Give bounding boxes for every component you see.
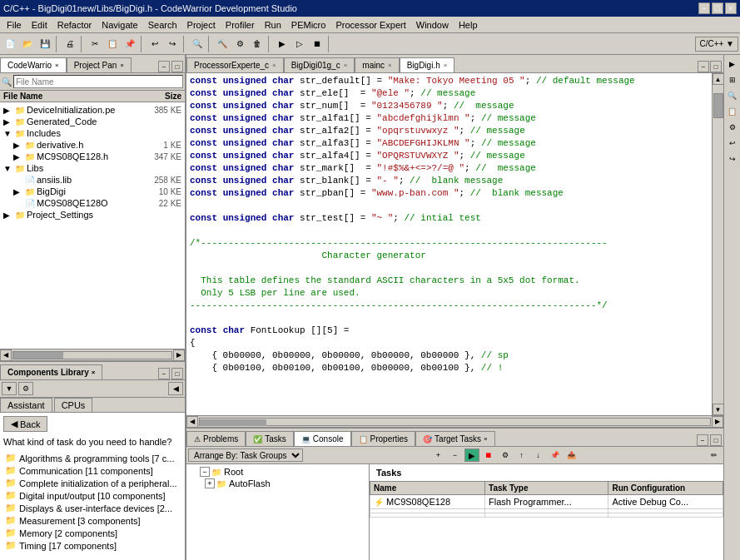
menu-edit[interactable]: Edit bbox=[27, 18, 52, 32]
tab-cpus[interactable]: CPUs bbox=[54, 398, 93, 412]
rsb-button-6[interactable]: ↩ bbox=[725, 136, 740, 151]
hscroll-track[interactable] bbox=[12, 351, 172, 359]
tab-problems[interactable]: ⚠ Problems bbox=[186, 431, 246, 446]
components-collapse-button[interactable]: ◀ bbox=[168, 382, 183, 395]
tb-config-dropdown[interactable]: C/C++ ▼ bbox=[695, 37, 738, 52]
code-hscroll-left-button[interactable]: ◀ bbox=[186, 416, 198, 428]
rsb-button-2[interactable]: ⊞ bbox=[725, 72, 740, 87]
menu-help[interactable]: Help bbox=[454, 18, 483, 32]
vscroll-track[interactable] bbox=[713, 85, 724, 404]
bottom-panel-max-button[interactable]: □ bbox=[710, 434, 722, 446]
list-item[interactable]: ▶ 📁 MC9S08QE128.h 347 KE bbox=[12, 151, 183, 162]
table-row[interactable] bbox=[370, 513, 723, 518]
list-item[interactable]: ▼ 📁 Libs bbox=[2, 162, 183, 174]
left-panel-max-button[interactable]: □ bbox=[171, 61, 183, 72]
tb-redo-button[interactable]: ↪ bbox=[164, 36, 181, 52]
tab-codewarrior-close[interactable]: × bbox=[55, 62, 59, 69]
tb-stop-button[interactable]: ⏹ bbox=[309, 36, 325, 52]
tree-expand-icon[interactable]: + bbox=[205, 478, 215, 488]
code-hscroll-track[interactable] bbox=[199, 418, 711, 426]
tab-console[interactable]: 💻 Console bbox=[294, 431, 351, 446]
menu-pemicro[interactable]: PEMicro bbox=[286, 18, 331, 32]
list-item[interactable]: 📁 Displays & user-interface devices [2..… bbox=[3, 502, 181, 514]
menu-project[interactable]: Project bbox=[182, 18, 221, 32]
rsb-button-1[interactable]: ▶ bbox=[725, 57, 740, 72]
tab-target-tasks[interactable]: 🎯 Target Tasks × bbox=[415, 431, 495, 446]
rsb-button-7[interactable]: ↪ bbox=[725, 151, 740, 166]
components-filter-button[interactable]: ▼ bbox=[2, 382, 17, 395]
hscroll-thumb[interactable] bbox=[13, 352, 63, 359]
tab-bigdigi-h[interactable]: BigDigi.h × bbox=[400, 57, 455, 72]
tab-mainc[interactable]: mainc × bbox=[355, 57, 399, 72]
tb-print-button[interactable]: 🖨 bbox=[62, 36, 78, 52]
tab-close-icon[interactable]: × bbox=[444, 62, 448, 69]
tb-cut-button[interactable]: ✂ bbox=[87, 36, 103, 52]
menu-search[interactable]: Search bbox=[143, 18, 182, 32]
menu-processor-expert[interactable]: Processor Expert bbox=[330, 18, 410, 32]
code-hscroll-thumb[interactable] bbox=[200, 419, 266, 426]
components-settings-button[interactable]: ⚙ bbox=[18, 382, 33, 395]
list-item[interactable]: 📁 Timing [17 components] bbox=[3, 539, 181, 552]
list-item[interactable]: − 📁 Root bbox=[188, 466, 367, 478]
tab-components-close[interactable]: × bbox=[92, 369, 96, 376]
tab-project-pan[interactable]: Project Pan × bbox=[67, 57, 132, 72]
menu-window[interactable]: Window bbox=[411, 18, 454, 32]
bottom-panel-min-button[interactable]: − bbox=[697, 434, 708, 446]
list-item[interactable]: 📁 Digital input/output [10 components] bbox=[3, 489, 181, 502]
minimize-button[interactable]: − bbox=[698, 2, 710, 14]
rsb-button-5[interactable]: ⚙ bbox=[725, 120, 740, 135]
components-max-button[interactable]: □ bbox=[171, 368, 183, 379]
tb-copy-button[interactable]: 📋 bbox=[104, 36, 121, 52]
tab-target-tasks-close[interactable]: × bbox=[484, 435, 488, 443]
rsb-button-3[interactable]: 🔍 bbox=[725, 88, 740, 103]
tb-new-button[interactable]: 📄 bbox=[2, 36, 18, 52]
list-item[interactable]: 📁 Memory [2 components] bbox=[3, 527, 181, 539]
hscroll-left-button[interactable]: ◀ bbox=[0, 349, 12, 361]
arrange-dropdown[interactable]: Arrange By: Task Groups bbox=[188, 448, 303, 462]
code-editor[interactable]: const unsigned char str_default[] = "Mak… bbox=[186, 73, 712, 415]
tab-close-icon[interactable]: × bbox=[272, 62, 276, 69]
menu-refactor[interactable]: Refactor bbox=[52, 18, 97, 32]
bottom-run-button[interactable]: ▶ bbox=[464, 448, 479, 462]
editor-min-button[interactable]: − bbox=[698, 61, 709, 72]
tab-close-icon[interactable]: × bbox=[388, 62, 392, 69]
tab-tasks[interactable]: ✅ Tasks bbox=[246, 431, 294, 446]
rsb-button-4[interactable]: 📋 bbox=[725, 104, 740, 119]
code-hscroll-right-button[interactable]: ▶ bbox=[712, 416, 723, 428]
bottom-down-button[interactable]: ↓ bbox=[531, 448, 546, 462]
tb-debug-button[interactable]: ▶ bbox=[274, 36, 291, 52]
vscroll-up-button[interactable]: ▲ bbox=[713, 73, 724, 85]
components-min-button[interactable]: − bbox=[158, 368, 170, 379]
list-item[interactable]: ▶ 📁 derivative.h 1 KE bbox=[12, 139, 183, 151]
list-item[interactable]: 📄 ansiis.lib 258 KE bbox=[12, 174, 183, 186]
tb-run-button[interactable]: ▷ bbox=[291, 36, 308, 52]
list-item[interactable]: ▶ 📁 BigDigi 10 KE bbox=[12, 186, 183, 197]
menu-file[interactable]: File bbox=[2, 18, 27, 32]
list-item[interactable]: 📁 Measurement [3 components] bbox=[3, 514, 181, 527]
bottom-pin-button[interactable]: 📌 bbox=[548, 448, 563, 462]
tb-undo-button[interactable]: ↩ bbox=[147, 36, 163, 52]
back-button[interactable]: ◀ Back bbox=[3, 416, 47, 432]
tab-properties[interactable]: 📋 Properties bbox=[351, 431, 416, 446]
tab-processor-expertec[interactable]: ProcessorExperte_c × bbox=[186, 57, 284, 72]
tab-project-pan-close[interactable]: × bbox=[120, 62, 124, 69]
tab-codewarrior[interactable]: CodeWarrio × bbox=[0, 57, 67, 72]
bottom-up-button[interactable]: ↑ bbox=[514, 448, 529, 462]
tb-build-button[interactable]: 🔨 bbox=[214, 36, 231, 52]
menu-run[interactable]: Run bbox=[260, 18, 286, 32]
menu-profiler[interactable]: Profiler bbox=[221, 18, 260, 32]
bottom-edit-button[interactable]: ✏ bbox=[707, 448, 722, 462]
tb-open-button[interactable]: 📂 bbox=[19, 36, 36, 52]
list-item[interactable]: ▼ 📁 Includes bbox=[2, 127, 183, 139]
editor-max-button[interactable]: □ bbox=[710, 61, 722, 72]
tb-paste-button[interactable]: 📌 bbox=[122, 36, 138, 52]
close-button[interactable]: × bbox=[725, 2, 737, 14]
vscroll-thumb[interactable] bbox=[713, 93, 723, 118]
list-item[interactable]: 📁 Algorithms & programming tools [7 c... bbox=[3, 452, 181, 464]
list-item[interactable]: ▶ 📁 Project_Settings bbox=[2, 209, 183, 221]
tree-expand-icon[interactable]: − bbox=[200, 467, 210, 477]
tab-assistant[interactable]: Assistant bbox=[0, 398, 52, 412]
tb-rebuild-button[interactable]: ⚙ bbox=[231, 36, 248, 52]
tb-save-button[interactable]: 💾 bbox=[37, 36, 53, 52]
list-item[interactable]: 📁 Complete initialization of a periphera… bbox=[3, 477, 181, 489]
